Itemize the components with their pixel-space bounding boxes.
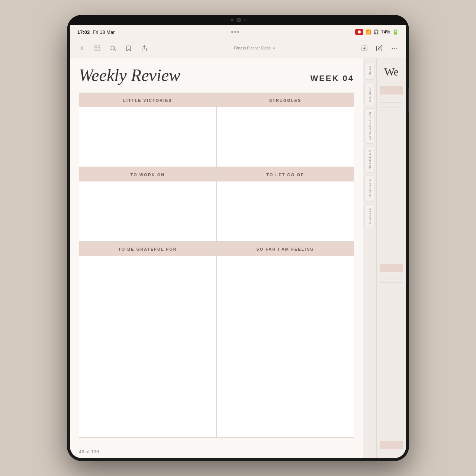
- edit-button[interactable]: [373, 42, 385, 54]
- camera-bar: [67, 15, 409, 25]
- peek-title: We: [380, 65, 403, 78]
- status-date: Fri 18 Mar: [93, 29, 115, 35]
- battery-icon: 🔋: [392, 29, 399, 35]
- sidebar-tab-results[interactable]: RESULTS: [364, 205, 375, 227]
- nav-title-text: Fitness Planner Digital: [234, 46, 271, 50]
- sidebar-tab-trackers-label: TRACKERS: [368, 179, 372, 198]
- section-body-to-let-go[interactable]: [217, 181, 354, 241]
- status-dot-2: [234, 31, 236, 33]
- section-body-feeling[interactable]: [217, 256, 354, 437]
- section-header-little-victories: LITTLE VICTORIES: [79, 93, 216, 107]
- page-content: Weekly Review WEEK 04 LITTLE VICTORIES: [70, 58, 363, 445]
- section-header-to-work-on: TO WORK ON: [79, 167, 216, 181]
- section-label-grateful: TO BE GRATEFUL FOR: [118, 247, 177, 251]
- svg-point-12: [392, 48, 393, 49]
- peek-line-3: [380, 105, 403, 105]
- svg-point-11: [396, 48, 397, 49]
- bottom-sections-grid: TO BE GRATEFUL FOR SO FAR I AM FEELING: [79, 241, 354, 438]
- svg-point-10: [394, 48, 395, 49]
- section-label-little-victories: LITTLE VICTORIES: [123, 98, 172, 103]
- battery-level: 74%: [381, 29, 390, 35]
- sidebar-tab-index-label: INDEX: [368, 65, 372, 76]
- section-header-grateful: TO BE GRATEFUL FOR: [79, 242, 216, 256]
- tablet-device: 17:02 Fri 18 Mar 📶 🎧 74% 🔋: [67, 15, 409, 461]
- nav-title: Fitness Planner Digital ▾: [154, 46, 355, 50]
- svg-line-5: [114, 49, 115, 51]
- nav-dropdown-icon[interactable]: ▾: [273, 46, 275, 50]
- peek-line-9: [380, 282, 403, 283]
- sidebar-tab-12weeks-label: 12 WEEKS PLAN: [368, 112, 372, 140]
- add-page-button[interactable]: [358, 42, 370, 54]
- section-label-to-let-go: TO LET GO OF: [266, 173, 304, 177]
- bookmark-button[interactable]: [123, 42, 135, 54]
- peek-line-8: [380, 280, 403, 280]
- sidebar-tab-mindset-label: MINDSET: [368, 86, 372, 102]
- status-center: [231, 31, 239, 33]
- mic-dot: [244, 19, 246, 21]
- peek-line-4: [380, 107, 403, 108]
- section-body-to-work-on[interactable]: [79, 181, 216, 241]
- grid-button[interactable]: [91, 42, 103, 54]
- top-sections-grid: LITTLE VICTORIES STRUGGLES: [79, 93, 354, 167]
- peek-line-6: [380, 113, 403, 113]
- sidebar-tab-mindset[interactable]: MINDSET: [364, 83, 375, 105]
- section-struggles: STRUGGLES: [216, 93, 354, 167]
- svg-point-4: [111, 46, 115, 50]
- nav-bar: Fitness Planner Digital ▾: [70, 39, 406, 58]
- section-grateful: TO BE GRATEFUL FOR: [79, 241, 216, 438]
- svg-rect-3: [98, 49, 100, 51]
- sidebar-tab-12weeks[interactable]: 12 WEEKS PLAN: [364, 108, 375, 143]
- section-body-grateful[interactable]: [79, 256, 216, 437]
- back-button[interactable]: [76, 42, 88, 54]
- section-to-let-go: TO LET GO OF: [216, 167, 354, 241]
- section-little-victories: LITTLE VICTORIES: [79, 93, 216, 167]
- section-label-struggles: STRUGGLES: [269, 98, 301, 103]
- wifi-icon: 📶: [366, 29, 371, 35]
- share-button[interactable]: [138, 42, 150, 54]
- sidebar-tab-trackers[interactable]: TRACKERS: [364, 176, 375, 202]
- content-area: Weekly Review WEEK 04 LITTLE VICTORIES: [70, 58, 406, 458]
- section-label-feeling: SO FAR I AM FEELING: [256, 247, 314, 251]
- search-button[interactable]: [107, 42, 119, 54]
- section-body-struggles[interactable]: [217, 107, 354, 167]
- page-title: Weekly Review: [79, 65, 180, 85]
- section-body-little-victories[interactable]: [79, 107, 216, 167]
- status-bar: 17:02 Fri 18 Mar 📶 🎧 74% 🔋: [70, 25, 406, 39]
- right-page-peek: We: [376, 58, 406, 458]
- screen: 17:02 Fri 18 Mar 📶 🎧 74% 🔋: [70, 25, 406, 458]
- middle-sections-grid: TO WORK ON TO LET GO OF: [79, 167, 354, 241]
- peek-line-5: [380, 110, 403, 110]
- peek-line-10: [380, 285, 403, 285]
- camera-lens: [237, 18, 241, 22]
- peek-lines-2: [380, 277, 403, 434]
- peek-tab-3: [380, 441, 403, 449]
- section-feeling: SO FAR I AM FEELING: [216, 241, 354, 438]
- more-options-button[interactable]: [388, 42, 400, 54]
- page-number: 46 of 136: [79, 449, 99, 454]
- section-header-to-let-go: TO LET GO OF: [217, 167, 354, 181]
- record-indicator: [355, 29, 363, 35]
- peek-tab-1: [380, 86, 403, 94]
- page-header: Weekly Review WEEK 04: [79, 65, 354, 85]
- sidebar-tab-nutrition[interactable]: NUTRITION: [364, 147, 375, 173]
- side-button[interactable]: [408, 89, 409, 112]
- record-dot: [358, 30, 361, 33]
- svg-rect-2: [95, 49, 97, 51]
- svg-rect-1: [98, 46, 100, 48]
- peek-line-1: [380, 100, 403, 100]
- sidebar-tab-index[interactable]: INDEX: [364, 62, 375, 80]
- nav-right-buttons: [358, 42, 400, 54]
- section-header-feeling: SO FAR I AM FEELING: [217, 242, 354, 256]
- peek-line-2: [380, 102, 403, 103]
- peek-line-7: [380, 277, 403, 277]
- week-label: WEEK 04: [310, 74, 354, 83]
- camera-dot: [231, 19, 234, 22]
- status-dot-1: [231, 31, 233, 33]
- sidebar-tab-results-label: RESULTS: [368, 208, 372, 224]
- peek-tab-2: [380, 264, 403, 272]
- status-time: 17:02: [77, 29, 90, 35]
- page-footer: 46 of 136: [70, 445, 363, 458]
- section-header-struggles: STRUGGLES: [217, 93, 354, 107]
- planner-page: Weekly Review WEEK 04 LITTLE VICTORIES: [70, 58, 363, 458]
- headphone-icon: 🎧: [373, 29, 379, 35]
